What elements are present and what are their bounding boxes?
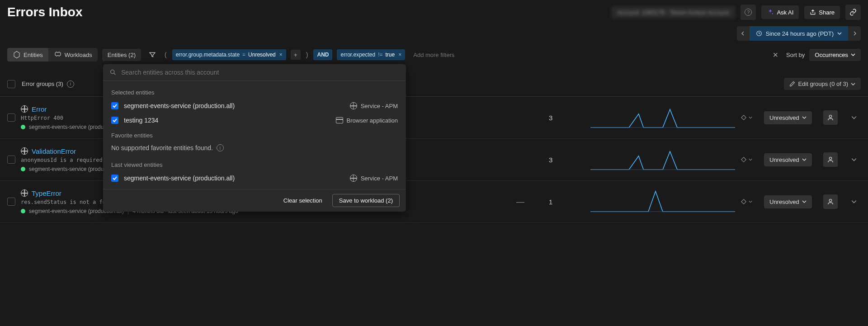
assign-button[interactable] — [823, 110, 838, 125]
info-icon[interactable]: i — [67, 80, 74, 88]
entities-view-button[interactable]: Entities — [7, 48, 48, 61]
entity-type: Browser application — [336, 117, 398, 124]
filter-field: error.expected — [340, 52, 375, 58]
share-label: Share — [819, 9, 835, 16]
status-dropdown[interactable]: Unresolved — [764, 195, 812, 208]
account-selector[interactable]: Account: 1065178 - Teisen Acteon Account — [611, 6, 736, 19]
help-button[interactable]: ? — [741, 5, 756, 20]
share-button[interactable]: Share — [804, 6, 840, 19]
entity-search-input[interactable] — [121, 69, 400, 76]
clear-filters-button[interactable]: × — [769, 50, 782, 60]
entity-option[interactable]: segment-events-service (production.all) … — [103, 171, 406, 185]
row-menu-button[interactable] — [847, 115, 861, 120]
chevron-down-icon — [802, 115, 807, 120]
select-all-checkbox[interactable] — [7, 80, 15, 88]
occurrence-count: 1 — [549, 198, 585, 206]
save-workload-button[interactable]: Save to workload (2) — [332, 194, 400, 207]
sparkle-icon — [767, 9, 774, 16]
info-icon[interactable]: i — [217, 144, 224, 151]
error-name: Error — [32, 105, 47, 113]
dropdown-search-row — [103, 64, 406, 81]
diamond-icon — [741, 156, 747, 163]
dropdown-footer: Clear selection Save to workload (2) — [103, 189, 406, 212]
time-range-prev[interactable] — [737, 26, 750, 41]
row-menu-button[interactable] — [847, 157, 861, 162]
chevron-down-icon — [851, 115, 857, 120]
entity-checkbox[interactable] — [111, 117, 118, 124]
assign-button[interactable] — [823, 194, 838, 209]
sort-dropdown[interactable]: Occurrences — [809, 49, 861, 61]
last-viewed-label: Last viewed entities — [103, 157, 406, 171]
row-checkbox[interactable] — [7, 113, 15, 122]
chevron-down-icon — [749, 200, 752, 203]
svg-point-3 — [829, 115, 831, 118]
chevron-down-icon — [851, 52, 855, 57]
ask-ai-button[interactable]: Ask AI — [761, 5, 799, 19]
status-dropdown[interactable]: Unresolved — [764, 153, 812, 166]
share-icon — [810, 9, 816, 15]
status-label: Unresolved — [769, 114, 799, 121]
page-header: Errors Inbox Account: 1065178 - Teisen A… — [0, 0, 868, 24]
copy-link-button[interactable] — [845, 5, 861, 20]
filter-remove-icon[interactable]: × — [397, 52, 401, 58]
sparkline-chart — [590, 105, 735, 130]
entity-type: Service - APM — [350, 175, 398, 182]
clear-selection-button[interactable]: Clear selection — [279, 194, 327, 207]
sort-value: Occurrences — [815, 52, 848, 58]
row-menu-button[interactable] — [847, 199, 861, 204]
filter-funnel-button[interactable] — [146, 48, 159, 61]
ask-ai-label: Ask AI — [777, 9, 793, 16]
filter-and-operator: AND — [313, 49, 332, 60]
globe-icon — [21, 105, 28, 113]
entity-checkbox[interactable] — [111, 102, 118, 109]
workloads-view-button[interactable]: Workloads — [48, 48, 98, 61]
hexagon-icon — [13, 51, 21, 59]
filter-chip-expected[interactable]: error.expected != true × — [337, 49, 405, 60]
entities-selector[interactable]: Entities (2) — [102, 49, 141, 61]
correlation-button[interactable] — [741, 198, 759, 205]
add-filters-input[interactable] — [410, 52, 764, 58]
row-checkbox[interactable] — [7, 198, 15, 206]
entity-name: testing 1234 — [124, 117, 330, 124]
pencil-icon — [789, 81, 795, 87]
chevron-down-icon — [851, 199, 857, 204]
chevron-down-icon — [802, 199, 807, 204]
entity-name: segment-events-service (production.all) — [124, 175, 344, 182]
edit-groups-button[interactable]: Edit groups (0 of 3) — [784, 78, 861, 90]
filter-field: error.group.metadata.state — [176, 52, 240, 58]
occurrence-count: 3 — [549, 114, 585, 122]
filter-value: Unresolved — [248, 52, 276, 58]
user-icon — [827, 156, 834, 163]
correlation-button[interactable] — [741, 114, 759, 121]
sparkline-chart — [590, 147, 735, 172]
status-label: Unresolved — [769, 198, 799, 205]
entity-checkbox[interactable] — [111, 175, 118, 182]
filter-remove-icon[interactable]: × — [278, 52, 283, 58]
filter-bar: Entities Workloads Entities (2) ( error.… — [0, 44, 868, 65]
svg-point-5 — [829, 157, 831, 160]
help-icon: ? — [745, 9, 752, 16]
time-range-bar: Since 24 hours ago (PDT) — [0, 24, 868, 44]
assign-button[interactable] — [823, 152, 838, 167]
error-name: TypeError — [32, 189, 61, 197]
entity-option[interactable]: testing 1234 Browser application — [103, 113, 406, 128]
row-checkbox[interactable] — [7, 156, 15, 164]
status-dropdown[interactable]: Unresolved — [764, 111, 812, 124]
entities-dropdown: Selected entities segment-events-service… — [103, 64, 406, 212]
filter-value: true — [386, 52, 395, 58]
filter-chip-state[interactable]: error.group.metadata.state = Unresolved … — [172, 49, 286, 60]
filter-add-inside-paren[interactable]: + — [291, 50, 301, 60]
page-title: Errors Inbox — [7, 5, 82, 19]
time-range-next[interactable] — [848, 26, 861, 41]
favorite-entities-label: Favorite entities — [103, 128, 406, 142]
sort-by-label: Sort by — [786, 52, 805, 58]
paren-open: ( — [164, 51, 168, 58]
diamond-icon — [741, 198, 747, 205]
no-favorites-message: No supported favorite entities found. i — [103, 142, 406, 157]
chevron-down-icon — [851, 82, 855, 86]
chevron-down-icon — [837, 31, 842, 36]
entity-option[interactable]: segment-events-service (production.all) … — [103, 99, 406, 113]
correlation-button[interactable] — [741, 156, 759, 163]
workloads-view-label: Workloads — [65, 52, 92, 58]
time-range-picker[interactable]: Since 24 hours ago (PDT) — [750, 26, 848, 41]
